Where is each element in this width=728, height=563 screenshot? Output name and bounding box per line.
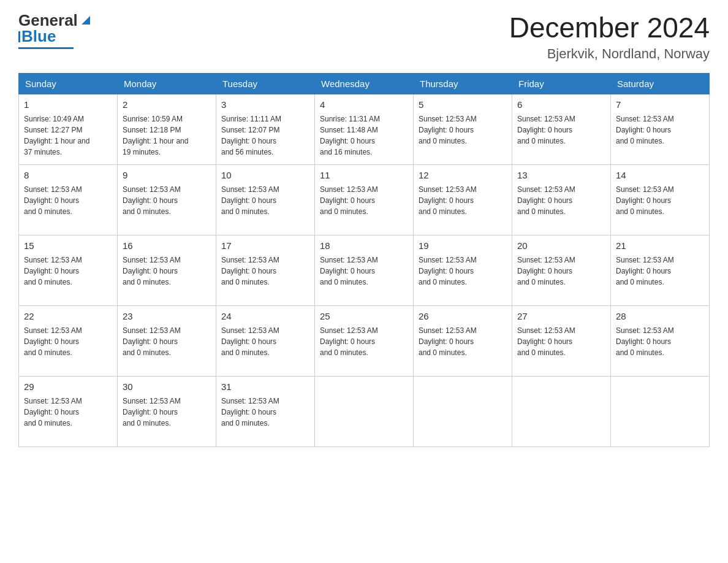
day-number: 22 [24,310,112,323]
logo-triangle-icon [79,13,93,27]
day-info: Sunset: 12:53 AM Daylight: 0 hours and 0… [616,184,704,217]
day-number: 30 [123,380,211,393]
calendar-cell: 2Sunrise: 10:59 AM Sunset: 12:18 PM Dayl… [118,94,216,164]
day-info: Sunset: 12:53 AM Daylight: 0 hours and 0… [123,184,211,217]
day-info: Sunset: 12:53 AM Daylight: 0 hours and 0… [24,184,112,217]
calendar-cell: 30Sunset: 12:53 AM Daylight: 0 hours and… [118,376,216,446]
day-info: Sunset: 12:53 AM Daylight: 0 hours and 0… [419,255,507,288]
day-info: Sunset: 12:53 AM Daylight: 0 hours and 0… [616,325,704,358]
calendar-cell: 5Sunset: 12:53 AM Daylight: 0 hours and … [414,94,512,164]
day-info: Sunset: 12:53 AM Daylight: 0 hours and 0… [419,184,507,217]
day-number: 4 [320,98,408,111]
day-info: Sunset: 12:53 AM Daylight: 0 hours and 0… [517,255,605,288]
day-number: 15 [24,239,112,252]
day-number: 14 [616,169,704,182]
day-info: Sunset: 12:53 AM Daylight: 0 hours and 0… [123,396,211,429]
day-info: Sunset: 12:53 AM Daylight: 0 hours and 0… [517,325,605,358]
day-number: 8 [24,169,112,182]
day-info: Sunset: 12:53 AM Daylight: 0 hours and 0… [517,184,605,217]
calendar-cell [315,376,414,446]
calendar-cell: 4Sunrise: 11:31 AM Sunset: 11:48 AM Dayl… [315,94,414,164]
calendar-week-3: 15Sunset: 12:53 AM Daylight: 0 hours and… [19,235,710,305]
calendar-cell: 26Sunset: 12:53 AM Daylight: 0 hours and… [414,305,512,376]
weekday-header-wednesday: Wednesday [315,73,414,94]
day-number: 21 [616,239,704,252]
calendar-cell [414,376,512,446]
logo-blue: Blue [21,27,56,46]
weekday-header-sunday: Sunday [19,73,118,94]
day-info: Sunset: 12:53 AM Daylight: 0 hours and 0… [616,113,704,147]
calendar-cell: 25Sunset: 12:53 AM Daylight: 0 hours and… [315,305,414,376]
day-info: Sunrise: 11:11 AM Sunset: 12:07 PM Dayli… [221,113,309,158]
logo-general: General [18,12,78,28]
calendar-cell: 14Sunset: 12:53 AM Daylight: 0 hours and… [611,164,710,235]
day-info: Sunset: 12:53 AM Daylight: 0 hours and 0… [419,113,507,147]
month-title: December 2024 [509,12,710,44]
weekday-header-monday: Monday [118,73,216,94]
day-info: Sunset: 12:53 AM Daylight: 0 hours and 0… [123,255,211,288]
calendar-cell: 22Sunset: 12:53 AM Daylight: 0 hours and… [19,305,118,376]
day-info: Sunset: 12:53 AM Daylight: 0 hours and 0… [221,184,309,217]
calendar-cell: 15Sunset: 12:53 AM Daylight: 0 hours and… [19,235,118,305]
day-info: Sunset: 12:53 AM Daylight: 0 hours and 0… [320,325,408,358]
day-number: 5 [419,98,507,111]
calendar-week-2: 8Sunset: 12:53 AM Daylight: 0 hours and … [19,164,710,235]
day-number: 1 [24,98,112,111]
calendar-cell: 27Sunset: 12:53 AM Daylight: 0 hours and… [512,305,611,376]
day-number: 20 [517,239,605,252]
calendar-cell: 10Sunset: 12:53 AM Daylight: 0 hours and… [216,164,315,235]
day-number: 29 [24,380,112,393]
calendar-cell: 1Sunrise: 10:49 AM Sunset: 12:27 PM Dayl… [19,94,118,164]
calendar-cell: 16Sunset: 12:53 AM Daylight: 0 hours and… [118,235,216,305]
calendar-cell: 29Sunset: 12:53 AM Daylight: 0 hours and… [19,376,118,446]
calendar-cell: 8Sunset: 12:53 AM Daylight: 0 hours and … [19,164,118,235]
calendar-cell: 17Sunset: 12:53 AM Daylight: 0 hours and… [216,235,315,305]
calendar-cell: 12Sunset: 12:53 AM Daylight: 0 hours and… [414,164,512,235]
calendar-week-5: 29Sunset: 12:53 AM Daylight: 0 hours and… [19,376,710,446]
day-info: Sunset: 12:53 AM Daylight: 0 hours and 0… [221,396,309,429]
calendar-cell: 23Sunset: 12:53 AM Daylight: 0 hours and… [118,305,216,376]
calendar-cell: 9Sunset: 12:53 AM Daylight: 0 hours and … [118,164,216,235]
svg-marker-0 [82,16,90,25]
calendar-cell: 24Sunset: 12:53 AM Daylight: 0 hours and… [216,305,315,376]
day-number: 17 [221,239,309,252]
day-number: 10 [221,169,309,182]
page-header: General Blue December 2024 Bjerkvik, Nor… [18,12,710,62]
calendar-cell: 7Sunset: 12:53 AM Daylight: 0 hours and … [611,94,710,164]
calendar-cell: 13Sunset: 12:53 AM Daylight: 0 hours and… [512,164,611,235]
day-number: 18 [320,239,408,252]
day-info: Sunrise: 11:31 AM Sunset: 11:48 AM Dayli… [320,113,408,158]
day-info: Sunset: 12:53 AM Daylight: 0 hours and 0… [24,325,112,358]
calendar-cell [611,376,710,446]
weekday-header-thursday: Thursday [414,73,512,94]
day-number: 12 [419,169,507,182]
calendar-cell: 11Sunset: 12:53 AM Daylight: 0 hours and… [315,164,414,235]
title-block: December 2024 Bjerkvik, Nordland, Norway [509,12,710,62]
day-number: 6 [517,98,605,111]
day-number: 19 [419,239,507,252]
day-number: 13 [517,169,605,182]
day-info: Sunset: 12:53 AM Daylight: 0 hours and 0… [320,184,408,217]
day-number: 26 [419,310,507,323]
day-info: Sunrise: 10:49 AM Sunset: 12:27 PM Dayli… [24,113,112,158]
calendar-cell: 31Sunset: 12:53 AM Daylight: 0 hours and… [216,376,315,446]
calendar-cell: 3Sunrise: 11:11 AM Sunset: 12:07 PM Dayl… [216,94,315,164]
calendar-cell: 28Sunset: 12:53 AM Daylight: 0 hours and… [611,305,710,376]
calendar-table: SundayMondayTuesdayWednesdayThursdayFrid… [18,73,710,447]
logo: General Blue [18,12,93,49]
calendar-week-4: 22Sunset: 12:53 AM Daylight: 0 hours and… [19,305,710,376]
weekday-header-tuesday: Tuesday [216,73,315,94]
calendar-header-row: SundayMondayTuesdayWednesdayThursdayFrid… [19,73,710,94]
calendar-week-1: 1Sunrise: 10:49 AM Sunset: 12:27 PM Dayl… [19,94,710,164]
day-info: Sunset: 12:53 AM Daylight: 0 hours and 0… [24,396,112,429]
day-number: 7 [616,98,704,111]
day-number: 2 [123,98,211,111]
location-title: Bjerkvik, Nordland, Norway [509,46,710,62]
day-number: 25 [320,310,408,323]
day-info: Sunset: 12:53 AM Daylight: 0 hours and 0… [616,255,704,288]
logo-underline [18,47,74,49]
day-info: Sunset: 12:53 AM Daylight: 0 hours and 0… [419,325,507,358]
day-number: 31 [221,380,309,393]
day-number: 11 [320,169,408,182]
calendar-cell: 21Sunset: 12:53 AM Daylight: 0 hours and… [611,235,710,305]
